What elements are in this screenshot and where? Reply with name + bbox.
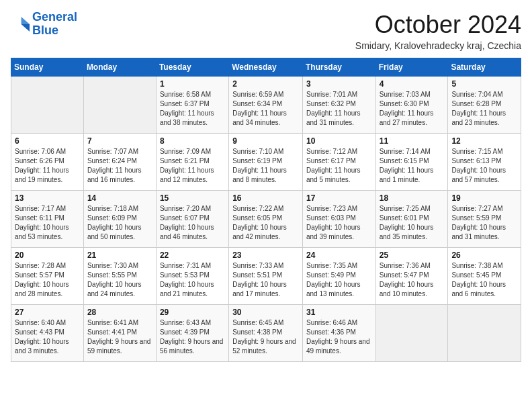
- title-block: October 2024 Smidary, Kralovehradecky kr…: [355, 11, 521, 51]
- svg-marker-0: [21, 17, 30, 24]
- day-info: Sunrise: 6:45 AM Sunset: 4:38 PM Dayligh…: [232, 318, 299, 356]
- day-number: 20: [15, 250, 80, 260]
- day-info: Sunrise: 7:22 AM Sunset: 6:05 PM Dayligh…: [232, 204, 299, 242]
- day-info: Sunrise: 7:06 AM Sunset: 6:26 PM Dayligh…: [15, 147, 80, 185]
- day-info: Sunrise: 6:46 AM Sunset: 4:36 PM Dayligh…: [306, 318, 372, 356]
- week-row-4: 20Sunrise: 7:28 AM Sunset: 5:57 PM Dayli…: [11, 248, 521, 305]
- day-number: 28: [87, 308, 152, 317]
- weekday-header-friday: Friday: [375, 58, 448, 77]
- day-cell: 10Sunrise: 7:12 AM Sunset: 6:17 PM Dayli…: [302, 134, 375, 191]
- day-cell: 26Sunrise: 7:38 AM Sunset: 5:45 PM Dayli…: [448, 248, 521, 305]
- day-number: 1: [160, 79, 225, 89]
- day-number: 24: [306, 250, 372, 260]
- day-cell: 3Sunrise: 7:01 AM Sunset: 6:32 PM Daylig…: [302, 77, 375, 134]
- day-number: 26: [451, 250, 517, 260]
- day-info: Sunrise: 7:09 AM Sunset: 6:21 PM Dayligh…: [160, 147, 225, 185]
- day-info: Sunrise: 7:07 AM Sunset: 6:24 PM Dayligh…: [87, 147, 152, 185]
- day-cell: 27Sunrise: 6:40 AM Sunset: 4:43 PM Dayli…: [11, 305, 84, 362]
- day-number: 25: [380, 250, 445, 260]
- day-info: Sunrise: 7:03 AM Sunset: 6:30 PM Dayligh…: [380, 90, 445, 128]
- day-number: 2: [232, 79, 299, 89]
- day-info: Sunrise: 6:41 AM Sunset: 4:41 PM Dayligh…: [87, 318, 152, 356]
- day-info: Sunrise: 7:04 AM Sunset: 6:28 PM Dayligh…: [451, 90, 517, 128]
- day-cell: 19Sunrise: 7:27 AM Sunset: 5:59 PM Dayli…: [448, 191, 521, 248]
- day-number: 12: [451, 136, 517, 146]
- day-info: Sunrise: 6:43 AM Sunset: 4:39 PM Dayligh…: [160, 318, 225, 356]
- day-cell: 6Sunrise: 7:06 AM Sunset: 6:26 PM Daylig…: [11, 134, 84, 191]
- weekday-header-saturday: Saturday: [448, 58, 521, 77]
- day-cell: 13Sunrise: 7:17 AM Sunset: 6:11 PM Dayli…: [11, 191, 84, 248]
- location-subtitle: Smidary, Kralovehradecky kraj, Czechia: [355, 40, 521, 51]
- day-cell: 22Sunrise: 7:31 AM Sunset: 5:53 PM Dayli…: [156, 248, 228, 305]
- day-cell: 8Sunrise: 7:09 AM Sunset: 6:21 PM Daylig…: [156, 134, 228, 191]
- day-cell: [11, 77, 84, 134]
- day-number: 30: [232, 308, 299, 317]
- day-cell: 11Sunrise: 7:14 AM Sunset: 6:15 PM Dayli…: [375, 134, 448, 191]
- day-info: Sunrise: 7:01 AM Sunset: 6:32 PM Dayligh…: [306, 90, 372, 128]
- day-cell: [83, 77, 156, 134]
- day-number: 3: [306, 79, 372, 89]
- day-info: Sunrise: 7:36 AM Sunset: 5:47 PM Dayligh…: [380, 261, 445, 299]
- day-cell: 31Sunrise: 6:46 AM Sunset: 4:36 PM Dayli…: [302, 305, 375, 362]
- day-number: 10: [306, 136, 372, 146]
- logo: General Blue: [11, 11, 77, 38]
- week-row-3: 13Sunrise: 7:17 AM Sunset: 6:11 PM Dayli…: [11, 191, 521, 248]
- day-cell: 28Sunrise: 6:41 AM Sunset: 4:41 PM Dayli…: [83, 305, 156, 362]
- day-info: Sunrise: 7:23 AM Sunset: 6:03 PM Dayligh…: [306, 204, 372, 242]
- day-number: 17: [306, 193, 372, 203]
- day-cell: 12Sunrise: 7:15 AM Sunset: 6:13 PM Dayli…: [448, 134, 521, 191]
- day-number: 22: [160, 250, 225, 260]
- day-cell: [448, 305, 521, 362]
- day-cell: 5Sunrise: 7:04 AM Sunset: 6:28 PM Daylig…: [448, 77, 521, 134]
- day-number: 15: [160, 193, 225, 203]
- day-number: 5: [451, 79, 517, 89]
- day-number: 4: [380, 79, 445, 89]
- day-number: 6: [15, 136, 80, 146]
- weekday-header-tuesday: Tuesday: [156, 58, 228, 77]
- day-number: 14: [87, 193, 152, 203]
- day-info: Sunrise: 7:17 AM Sunset: 6:11 PM Dayligh…: [15, 204, 80, 242]
- day-cell: 17Sunrise: 7:23 AM Sunset: 6:03 PM Dayli…: [302, 191, 375, 248]
- weekday-header-wednesday: Wednesday: [229, 58, 303, 77]
- day-info: Sunrise: 7:31 AM Sunset: 5:53 PM Dayligh…: [160, 261, 225, 299]
- day-number: 21: [87, 250, 152, 260]
- day-info: Sunrise: 7:38 AM Sunset: 5:45 PM Dayligh…: [451, 261, 517, 299]
- day-cell: 24Sunrise: 7:35 AM Sunset: 5:49 PM Dayli…: [302, 248, 375, 305]
- day-cell: 21Sunrise: 7:30 AM Sunset: 5:55 PM Dayli…: [83, 248, 156, 305]
- day-cell: 2Sunrise: 6:59 AM Sunset: 6:34 PM Daylig…: [229, 77, 303, 134]
- day-info: Sunrise: 6:40 AM Sunset: 4:43 PM Dayligh…: [15, 318, 80, 356]
- day-cell: 4Sunrise: 7:03 AM Sunset: 6:30 PM Daylig…: [375, 77, 448, 134]
- day-cell: 29Sunrise: 6:43 AM Sunset: 4:39 PM Dayli…: [156, 305, 228, 362]
- day-info: Sunrise: 7:28 AM Sunset: 5:57 PM Dayligh…: [15, 261, 80, 299]
- day-cell: 16Sunrise: 7:22 AM Sunset: 6:05 PM Dayli…: [229, 191, 303, 248]
- day-number: 9: [232, 136, 299, 146]
- day-info: Sunrise: 7:12 AM Sunset: 6:17 PM Dayligh…: [306, 147, 372, 185]
- day-cell: 18Sunrise: 7:25 AM Sunset: 6:01 PM Dayli…: [375, 191, 448, 248]
- day-cell: 14Sunrise: 7:18 AM Sunset: 6:09 PM Dayli…: [83, 191, 156, 248]
- day-number: 13: [15, 193, 80, 203]
- month-title: October 2024: [355, 11, 521, 39]
- week-row-1: 1Sunrise: 6:58 AM Sunset: 6:37 PM Daylig…: [11, 77, 521, 134]
- day-number: 29: [160, 308, 225, 317]
- logo-icon: [11, 15, 30, 34]
- day-info: Sunrise: 7:33 AM Sunset: 5:51 PM Dayligh…: [232, 261, 299, 299]
- weekday-header-row: SundayMondayTuesdayWednesdayThursdayFrid…: [11, 58, 521, 77]
- day-info: Sunrise: 7:30 AM Sunset: 5:55 PM Dayligh…: [87, 261, 152, 299]
- day-number: 27: [15, 308, 80, 317]
- day-number: 31: [306, 308, 372, 317]
- day-info: Sunrise: 7:15 AM Sunset: 6:13 PM Dayligh…: [451, 147, 517, 185]
- day-number: 23: [232, 250, 299, 260]
- day-cell: 23Sunrise: 7:33 AM Sunset: 5:51 PM Dayli…: [229, 248, 303, 305]
- day-cell: 7Sunrise: 7:07 AM Sunset: 6:24 PM Daylig…: [83, 134, 156, 191]
- day-cell: 30Sunrise: 6:45 AM Sunset: 4:38 PM Dayli…: [229, 305, 303, 362]
- day-cell: [375, 305, 448, 362]
- day-info: Sunrise: 6:58 AM Sunset: 6:37 PM Dayligh…: [160, 90, 225, 128]
- day-cell: 20Sunrise: 7:28 AM Sunset: 5:57 PM Dayli…: [11, 248, 84, 305]
- day-info: Sunrise: 7:35 AM Sunset: 5:49 PM Dayligh…: [306, 261, 372, 299]
- day-cell: 25Sunrise: 7:36 AM Sunset: 5:47 PM Dayli…: [375, 248, 448, 305]
- day-number: 8: [160, 136, 225, 146]
- day-number: 11: [380, 136, 445, 146]
- weekday-header-monday: Monday: [83, 58, 156, 77]
- day-number: 18: [380, 193, 445, 203]
- page-header: General Blue October 2024 Smidary, Kralo…: [11, 11, 521, 51]
